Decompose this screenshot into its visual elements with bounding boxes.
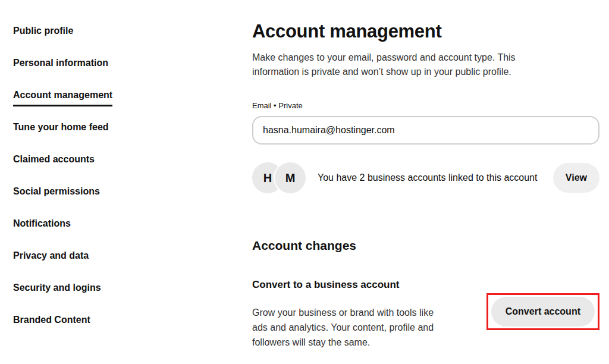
sidebar-item-branded-content[interactable]: Branded Content <box>13 315 192 325</box>
sidebar-item-social-permissions[interactable]: Social permissions <box>13 186 192 197</box>
view-button[interactable]: View <box>553 163 599 193</box>
sidebar-item-privacy-and-data[interactable]: Privacy and data <box>13 250 192 261</box>
linked-accounts-text: You have 2 business accounts linked to t… <box>318 172 537 184</box>
avatar-m: M <box>275 162 306 193</box>
convert-section-title: Convert to a business account <box>252 279 466 291</box>
sidebar-item-tune-your-home-feed[interactable]: Tune your home feed <box>13 122 192 133</box>
account-management-panel: Account management Make changes to your … <box>252 21 599 350</box>
section-heading-account-changes: Account changes <box>252 239 599 253</box>
page-title: Account management <box>252 21 599 42</box>
sidebar-item-account-management[interactable]: Account management <box>13 90 192 106</box>
highlight-annotation: Convert account <box>486 293 599 330</box>
sidebar-item-claimed-accounts[interactable]: Claimed accounts <box>13 154 192 165</box>
linked-account-avatars: H M <box>252 162 306 193</box>
settings-page: Public profile Personal information Acco… <box>0 0 609 364</box>
email-label: Email • Private <box>252 101 599 111</box>
linked-accounts-row: H M You have 2 business accounts linked … <box>252 162 599 193</box>
convert-business-row: Convert to a business account Grow your … <box>252 279 599 350</box>
convert-text-column: Convert to a business account Grow your … <box>252 279 466 350</box>
sidebar-item-notifications[interactable]: Notifications <box>13 218 192 229</box>
email-input[interactable] <box>252 116 599 145</box>
sidebar-item-personal-information[interactable]: Personal information <box>13 58 192 68</box>
convert-account-button[interactable]: Convert account <box>491 297 595 327</box>
convert-description: Grow your business or brand with tools l… <box>252 305 466 350</box>
page-description: Make changes to your email, password and… <box>252 51 599 79</box>
settings-sidebar: Public profile Personal information Acco… <box>13 26 192 347</box>
sidebar-item-security-and-logins[interactable]: Security and logins <box>13 283 192 293</box>
sidebar-item-public-profile[interactable]: Public profile <box>13 26 192 36</box>
